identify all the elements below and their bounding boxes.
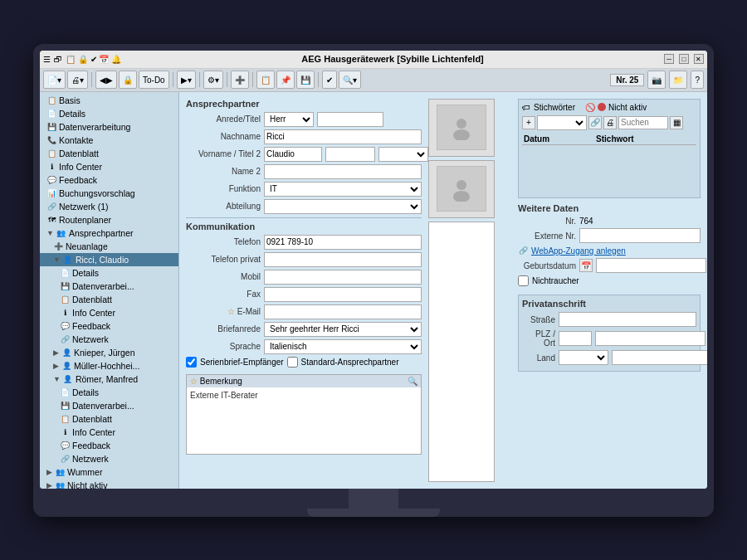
sidebar-item-knieper[interactable]: ▶ 👤 Knieper, Jürgen — [40, 346, 178, 359]
sidebar-item-ricci[interactable]: ▼ 👤 Ricci, Claudio — [40, 253, 178, 266]
sidebar-item-feedback[interactable]: 💬 Feedback — [40, 173, 178, 187]
geburt-input[interactable] — [596, 258, 706, 273]
check-btn[interactable]: ✔ — [322, 71, 337, 89]
play-btn[interactable]: ▶▾ — [177, 71, 196, 89]
sidebar-item-info3[interactable]: ℹ Info Center — [40, 426, 178, 439]
print-btn[interactable]: 🖨▾ — [67, 71, 88, 89]
sprache-select[interactable]: Italienisch Deutsch — [264, 339, 422, 354]
mobil-input[interactable] — [264, 270, 422, 285]
sidebar-item-feedback2[interactable]: 💬 Feedback — [40, 319, 178, 333]
help-btn[interactable]: ? — [691, 71, 704, 89]
todo-btn[interactable]: To-Do — [139, 71, 169, 89]
paste-btn[interactable]: 📌 — [276, 71, 295, 89]
anrede-label: Anrede/Titel — [186, 114, 261, 124]
sidebar-item-netzwerk2[interactable]: 🔗 Netzwerk — [40, 333, 178, 346]
stichworter-panel: 🏷 Stichwörter 🚫 Nicht aktiv + 🔗 — [518, 99, 701, 199]
bemerkung-header: ☆ Bemerkung 🔍 — [187, 375, 421, 387]
bemerkung-search-icon[interactable]: 🔍 — [408, 377, 417, 386]
plz-input[interactable] — [559, 331, 592, 346]
sidebar-item-kontakte[interactable]: 📞 Kontakte — [40, 134, 178, 147]
vorname-input[interactable] — [264, 147, 322, 162]
funktion-select[interactable]: IT Einkauf — [264, 182, 422, 197]
sidebar-item-db3[interactable]: 📋 Datenblatt — [40, 412, 178, 426]
settings-btn[interactable]: ⚙▾ — [203, 71, 223, 89]
photo-box-1[interactable] — [428, 99, 495, 157]
sidebar-item-datenblatt2[interactable]: 📋 Datenblatt — [40, 293, 178, 306]
sidebar-item-neuanlage[interactable]: ➕ Neuanlage — [40, 240, 178, 253]
doc-btn[interactable]: 📁 — [669, 71, 687, 89]
sidebar-item-feedback3[interactable]: 💬 Feedback — [40, 439, 178, 452]
stich-search[interactable] — [618, 116, 668, 129]
ort-input[interactable] — [595, 331, 706, 346]
sidebar-item-basis[interactable]: 📋 Basis — [40, 94, 178, 107]
sidebar-item-details2[interactable]: 📄 Details — [40, 266, 178, 280]
save-btn[interactable]: 💾 — [296, 71, 315, 89]
cal-icon[interactable]: 📅 — [579, 259, 593, 272]
sidebar-item-datv3[interactable]: 💾 Datenverarbei... — [40, 399, 178, 412]
webapp-label[interactable]: WebApp-Zugang anlegen — [531, 246, 626, 256]
svg-point-1 — [453, 129, 470, 140]
email-input[interactable] — [264, 304, 422, 319]
sidebar-item-ansprechpartner[interactable]: ▼ 👥 Ansprechpartner — [40, 226, 178, 240]
restore-icon[interactable]: 🗗 — [54, 55, 62, 64]
sidebar-item-details3[interactable]: 📄 Details — [40, 386, 178, 399]
sidebar-item-muller[interactable]: ▶ 👤 Müller-Hochhei... — [40, 359, 178, 373]
sidebar-item-nicht-aktiv[interactable]: ▶ 👥 Nicht aktiv — [40, 479, 178, 489]
nichtraucher-checkbox[interactable] — [518, 275, 529, 286]
sidebar-item-datenverarbei[interactable]: 💾 Datenverarbei... — [40, 280, 178, 293]
sidebar-item-infocenter[interactable]: ℹ Info Center — [40, 160, 178, 173]
fax-input[interactable] — [264, 287, 422, 302]
titel2-select[interactable] — [378, 147, 428, 162]
bemerkung-text[interactable]: Externe IT-Berater — [187, 387, 421, 454]
db2-label: Datenblatt — [72, 295, 112, 304]
name2-input[interactable] — [264, 164, 422, 179]
stich-select[interactable] — [537, 115, 587, 130]
photo-input[interactable] — [428, 222, 495, 482]
close-btn[interactable]: ✕ — [694, 54, 704, 64]
sidebar-item-info2[interactable]: ℹ Info Center — [40, 306, 178, 319]
standard-checkbox[interactable] — [287, 357, 298, 368]
new-btn[interactable]: 📄▾ — [43, 71, 66, 89]
titel2-input[interactable] — [325, 147, 375, 162]
stich-add-btn[interactable]: + — [522, 116, 535, 129]
search-btn[interactable]: 🔍▾ — [339, 71, 361, 89]
photo-box-2[interactable] — [428, 160, 495, 218]
maximize-btn[interactable]: □ — [679, 54, 689, 64]
titel-input[interactable] — [317, 112, 383, 127]
stich-grid-btn[interactable]: ▦ — [670, 116, 683, 129]
sidebar-item-romer[interactable]: ▼ 👤 Römer, Manfred — [40, 373, 178, 386]
minimize-btn[interactable]: ─ — [664, 54, 674, 64]
prev-btn[interactable]: ◀▶ — [95, 71, 117, 89]
nachname-input[interactable] — [264, 129, 422, 144]
sidebar-item-datenblatt[interactable]: 📋 Datenblatt — [40, 147, 178, 160]
stich-print-btn[interactable]: 🖨 — [603, 116, 617, 129]
anrede-select[interactable]: Herr Frau Dr. — [264, 112, 314, 127]
sidebar-item-datenverarbeitung[interactable]: 💾 Datenverarbeitung — [40, 120, 178, 134]
stichworter-toolbar: + 🔗 🖨 ▦ — [522, 115, 696, 130]
photo-btn[interactable]: 📷 — [647, 71, 666, 89]
info3-label: Info Center — [72, 427, 115, 437]
telefon-input[interactable] — [264, 235, 422, 250]
sidebar-item-nw3[interactable]: 🔗 Netzwerk — [40, 452, 178, 465]
copy-btn[interactable]: 📋 — [256, 71, 275, 89]
lock-btn[interactable]: 🔒 — [119, 71, 137, 89]
serienbrief-checkbox[interactable] — [186, 357, 197, 368]
abteilung-select[interactable] — [264, 199, 422, 214]
briefanrede-select[interactable]: Sehr geehrter Herr Ricci — [264, 322, 422, 337]
add-btn[interactable]: ➕ — [231, 71, 249, 89]
land-input[interactable] — [612, 350, 707, 365]
menu-icon[interactable]: ☰ — [43, 55, 51, 64]
sidebar-item-routenplaner[interactable]: 🗺 Routenplaner — [40, 213, 178, 226]
sidebar-item-details[interactable]: 📄 Details — [40, 107, 178, 120]
knieper-icon: 👤 — [61, 348, 71, 358]
nr-value: 764 — [579, 217, 593, 226]
tel-privat-input[interactable] — [264, 252, 422, 267]
stich-link-btn[interactable]: 🔗 — [588, 116, 602, 129]
strasse-input[interactable] — [559, 312, 696, 327]
sidebar-item-wummer[interactable]: ▶ 👥 Wummer — [40, 465, 178, 479]
nr-label: Nr. — [518, 217, 576, 226]
externe-nr-input[interactable] — [579, 228, 701, 243]
sidebar-item-netzwerk[interactable]: 🔗 Netzwerk (1) — [40, 200, 178, 213]
sidebar-item-buchungsvorschlag[interactable]: 📊 Buchungsvorschlag — [40, 187, 178, 200]
land-select[interactable] — [559, 350, 608, 365]
